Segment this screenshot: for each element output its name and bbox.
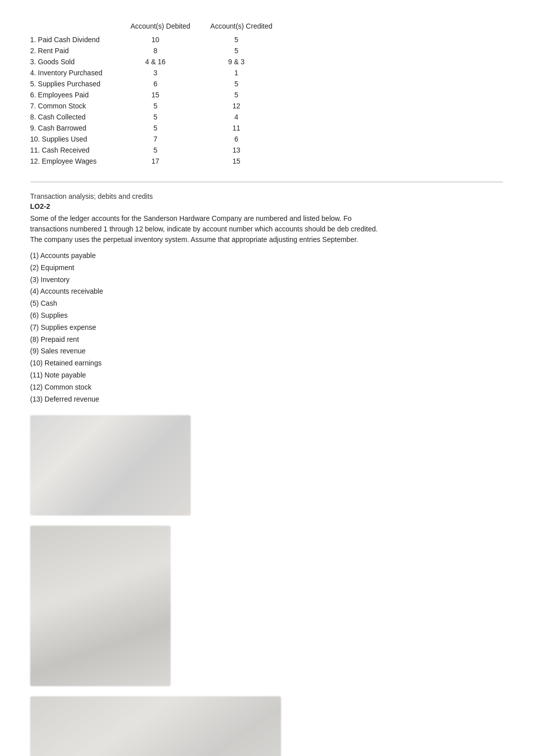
row-debited: 8: [120, 45, 200, 56]
table-row: 2. Rent Paid85: [30, 45, 283, 56]
blurred-image-3: [30, 696, 281, 756]
row-credited: 5: [200, 34, 283, 45]
table-row: 6. Employees Paid155: [30, 89, 283, 100]
account-list-item: (1) Accounts payable: [30, 250, 503, 262]
account-list-item: (12) Common stock: [30, 382, 503, 394]
row-debited: 5: [120, 100, 200, 111]
account-list-item: (7) Supplies expense: [30, 322, 503, 334]
section-divider: [30, 182, 503, 182]
col-header-label: [30, 20, 120, 34]
blurred-image-1: [30, 415, 191, 516]
analysis-body: Some of the ledger accounts for the Sand…: [30, 213, 381, 245]
account-list-item: (3) Inventory: [30, 274, 503, 286]
account-list-item: (11) Note payable: [30, 369, 503, 382]
row-label: 5. Supplies Purchased: [30, 78, 120, 89]
account-list-item: (4) Accounts receivable: [30, 286, 503, 298]
row-debited: 7: [120, 134, 200, 145]
table-row: 11. Cash Received513: [30, 145, 283, 156]
row-debited: 5: [120, 122, 200, 134]
row-label: 4. Inventory Purchased: [30, 67, 120, 78]
table-section: Account(s) Debited Account(s) Credited 1…: [30, 20, 503, 167]
account-list-item: (10) Retained earnings: [30, 357, 503, 369]
table-row: 12. Employee Wages1715: [30, 156, 283, 167]
blurred-image-2: [30, 526, 171, 686]
table-row: 4. Inventory Purchased31: [30, 67, 283, 78]
row-debited: 3: [120, 67, 200, 78]
table-row: 8. Cash Collected54: [30, 111, 283, 122]
row-credited: 5: [200, 89, 283, 100]
col-header-credited: Account(s) Credited: [200, 20, 283, 34]
row-label: 1. Paid Cash Dividend: [30, 34, 120, 45]
row-debited: 15: [120, 89, 200, 100]
row-credited: 12: [200, 100, 283, 111]
account-list: (1) Accounts payable(2) Equipment(3) Inv…: [30, 250, 503, 405]
table-row: 7. Common Stock512: [30, 100, 283, 111]
account-list-item: (2) Equipment: [30, 262, 503, 274]
row-credited: 6: [200, 134, 283, 145]
row-credited: 9 & 3: [200, 56, 283, 67]
row-label: 12. Employee Wages: [30, 156, 120, 167]
row-credited: 15: [200, 156, 283, 167]
row-label: 11. Cash Received: [30, 145, 120, 156]
row-debited: 5: [120, 145, 200, 156]
table-row: 5. Supplies Purchased65: [30, 78, 283, 89]
row-credited: 13: [200, 145, 283, 156]
row-credited: 1: [200, 67, 283, 78]
table-row: 9. Cash Barrowed511: [30, 122, 283, 134]
account-list-item: (9) Sales revenue: [30, 345, 503, 357]
account-list-item: (6) Supplies: [30, 310, 503, 322]
row-credited: 5: [200, 78, 283, 89]
row-label: 10. Supplies Used: [30, 134, 120, 145]
analysis-section: Transaction analysis; debits and credits…: [30, 192, 503, 405]
table-row: 10. Supplies Used76: [30, 134, 283, 145]
row-label: 3. Goods Sold: [30, 56, 120, 67]
row-credited: 5: [200, 45, 283, 56]
account-list-item: (5) Cash: [30, 298, 503, 310]
row-credited: 4: [200, 111, 283, 122]
row-debited: 17: [120, 156, 200, 167]
row-debited: 4 & 16: [120, 56, 200, 67]
row-label: 2. Rent Paid: [30, 45, 120, 56]
row-label: 9. Cash Barrowed: [30, 122, 120, 134]
transactions-table: Account(s) Debited Account(s) Credited 1…: [30, 20, 283, 167]
row-debited: 5: [120, 111, 200, 122]
row-debited: 6: [120, 78, 200, 89]
col-header-debited: Account(s) Debited: [120, 20, 200, 34]
table-row: 3. Goods Sold4 & 169 & 3: [30, 56, 283, 67]
row-label: 6. Employees Paid: [30, 89, 120, 100]
analysis-title: LO2-2: [30, 202, 503, 210]
row-credited: 11: [200, 122, 283, 134]
row-label: 8. Cash Collected: [30, 111, 120, 122]
account-list-item: (13) Deferred revenue: [30, 394, 503, 406]
table-row: 1. Paid Cash Dividend105: [30, 34, 283, 45]
row-debited: 10: [120, 34, 200, 45]
analysis-subtitle: Transaction analysis; debits and credits: [30, 192, 503, 200]
account-list-item: (8) Prepaid rent: [30, 334, 503, 346]
row-label: 7. Common Stock: [30, 100, 120, 111]
